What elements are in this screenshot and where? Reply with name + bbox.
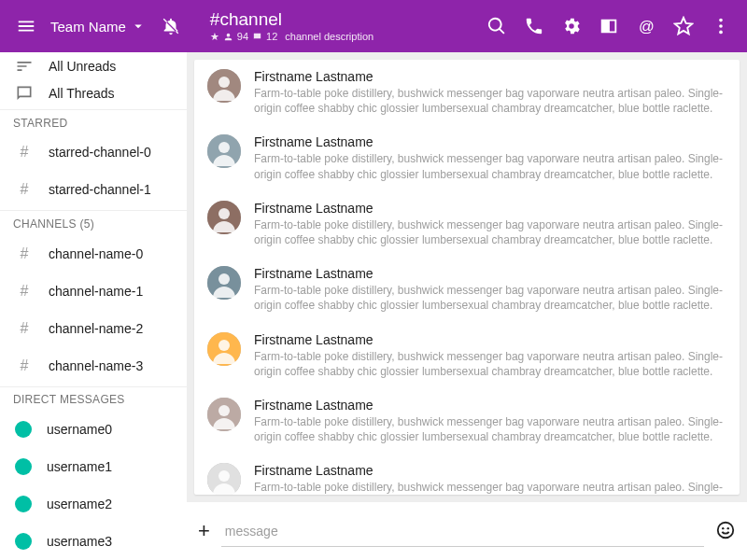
person-icon xyxy=(223,32,233,42)
message-text: Farm-to-table poke distillery, bushwick … xyxy=(254,414,726,444)
channel-starred-channel-1[interactable]: #starred-channel-1 xyxy=(0,171,187,208)
message-row[interactable]: Firstname LastnameFarm-to-table poke dis… xyxy=(194,257,740,322)
all-unreads[interactable]: All Unreads xyxy=(0,52,187,80)
svg-point-22 xyxy=(718,522,734,538)
message-row[interactable]: Firstname LastnameFarm-to-table poke dis… xyxy=(194,388,740,454)
message-text: Farm-to-table poke distillery, bushwick … xyxy=(254,151,726,181)
favorite-button[interactable] xyxy=(665,7,702,45)
presence-dot xyxy=(15,496,32,512)
team-dropdown[interactable]: Team Name xyxy=(45,18,152,35)
channel-channel-name-1[interactable]: #channel-name-1 xyxy=(0,273,187,310)
svg-point-24 xyxy=(727,526,729,528)
svg-point-13 xyxy=(218,340,230,351)
message-author: Firstname Lastname xyxy=(254,398,726,413)
mentions-button[interactable]: @ xyxy=(627,7,665,45)
message-row[interactable]: Firstname LastnameFarm-to-table poke dis… xyxy=(194,191,740,257)
topic-count: 12 xyxy=(266,31,277,42)
dots-vertical-icon xyxy=(711,16,731,36)
message-input[interactable] xyxy=(221,516,704,547)
sort-icon xyxy=(15,57,34,76)
message-author: Firstname Lastname xyxy=(254,266,726,281)
search-icon xyxy=(486,16,507,36)
dm-username2[interactable]: username2 xyxy=(0,485,187,523)
main-panel: Firstname LastnameFarm-to-table poke dis… xyxy=(187,52,747,560)
channel-channel-name-2[interactable]: #channel-name-2 xyxy=(0,310,187,347)
bell-off-icon xyxy=(161,16,181,36)
attach-button[interactable]: + xyxy=(198,519,210,543)
starred-header: STARRED xyxy=(0,112,187,134)
svg-point-15 xyxy=(218,405,230,416)
message-author: Firstname Lastname xyxy=(254,332,726,347)
team-name: Team Name xyxy=(50,19,126,35)
presence-dot xyxy=(15,458,32,475)
channel-label: channel-name-1 xyxy=(49,284,143,299)
at-icon: @ xyxy=(636,16,656,36)
search-button[interactable] xyxy=(478,7,515,45)
all-unreads-label: All Unreads xyxy=(49,59,116,74)
message-text: Farm-to-table poke distillery, bushwick … xyxy=(254,86,726,116)
message-text: Farm-to-table poke distillery, bushwick … xyxy=(254,217,726,247)
dm-label: username0 xyxy=(47,422,112,437)
message-author: Firstname Lastname xyxy=(254,134,726,149)
avatar xyxy=(207,69,241,103)
topbar: Team Name #channel ★ 94 12 channel descr… xyxy=(0,0,747,52)
avatar xyxy=(207,201,241,234)
svg-text:@: @ xyxy=(639,18,655,35)
presence-dot xyxy=(15,421,32,438)
channel-channel-name-0[interactable]: #channel-name-0 xyxy=(0,235,187,273)
notifications-button[interactable] xyxy=(152,7,190,45)
menu-button[interactable] xyxy=(7,7,45,45)
avatar xyxy=(207,134,241,168)
panel-icon xyxy=(599,16,619,36)
star-outline-icon xyxy=(673,16,694,36)
avatar xyxy=(207,463,241,495)
message-row[interactable]: Firstname LastnameFarm-to-table poke dis… xyxy=(194,60,740,125)
message-author: Firstname Lastname xyxy=(254,463,726,478)
more-button[interactable] xyxy=(702,7,740,45)
call-button[interactable] xyxy=(515,7,553,45)
all-threads-label: All Threads xyxy=(49,86,115,101)
channel-starred-channel-0[interactable]: #starred-channel-0 xyxy=(0,133,187,171)
all-threads[interactable]: All Threads xyxy=(0,80,187,108)
settings-button[interactable] xyxy=(553,7,590,45)
message-row[interactable]: Firstname LastnameFarm-to-table poke dis… xyxy=(194,323,740,388)
message-list[interactable]: Firstname LastnameFarm-to-table poke dis… xyxy=(194,60,740,495)
hash-icon: # xyxy=(15,181,34,198)
channel-label: channel-name-2 xyxy=(49,321,143,336)
channel-name: #channel xyxy=(210,10,374,28)
svg-point-2 xyxy=(719,24,723,28)
hash-icon: # xyxy=(15,357,34,374)
message-row[interactable]: Firstname LastnameFarm-to-table poke dis… xyxy=(194,454,740,495)
channel-meta: ★ 94 12 channel description xyxy=(210,31,374,43)
hamburger-icon xyxy=(16,16,36,36)
message-text: Farm-to-table poke distillery, bushwick … xyxy=(254,480,726,495)
svg-point-7 xyxy=(218,142,230,153)
svg-point-11 xyxy=(218,273,230,285)
channel-label: channel-name-0 xyxy=(49,246,143,261)
star-icon: ★ xyxy=(210,31,219,43)
hash-icon: # xyxy=(15,245,34,262)
dm-username1[interactable]: username1 xyxy=(0,448,187,485)
channel-description: channel description xyxy=(285,31,374,42)
sidebar: All Unreads All Threads STARRED #starred… xyxy=(0,52,187,560)
dm-label: username3 xyxy=(47,534,112,549)
dm-header: DIRECT MESSAGES xyxy=(0,388,187,411)
channel-channel-name-3[interactable]: #channel-name-3 xyxy=(0,347,187,385)
dm-username3[interactable]: username3 xyxy=(0,523,187,560)
message-author: Firstname Lastname xyxy=(254,201,726,216)
avatar xyxy=(207,398,241,431)
channel-label: starred-channel-0 xyxy=(49,145,151,160)
gear-icon xyxy=(561,16,582,36)
svg-point-3 xyxy=(719,31,723,35)
dm-label: username2 xyxy=(47,497,112,511)
message-text: Farm-to-table poke distillery, bushwick … xyxy=(254,349,726,379)
dm-username0[interactable]: username0 xyxy=(0,411,187,448)
svg-point-17 xyxy=(218,470,230,482)
panel-button[interactable] xyxy=(590,7,627,45)
message-row[interactable]: Firstname LastnameFarm-to-table poke dis… xyxy=(194,125,740,190)
message-author: Firstname Lastname xyxy=(254,69,726,84)
svg-point-9 xyxy=(218,208,230,219)
smile-icon xyxy=(715,520,736,540)
svg-point-23 xyxy=(722,526,724,528)
emoji-button[interactable] xyxy=(715,520,736,543)
